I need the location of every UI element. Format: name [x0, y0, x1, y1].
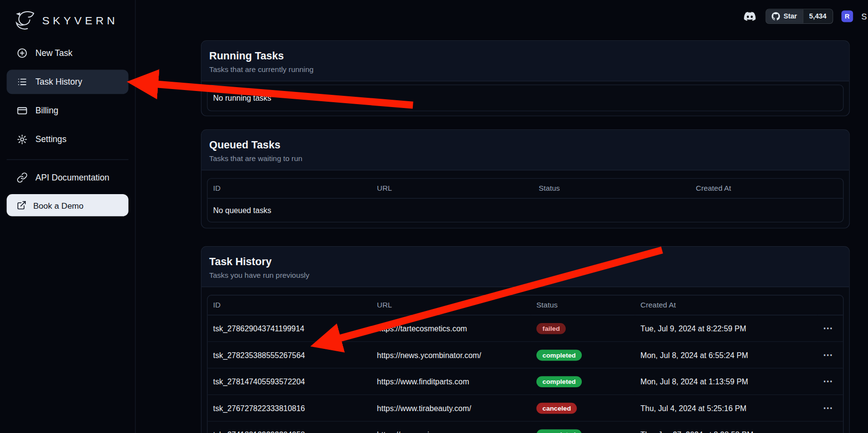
task-id-cell: tsk_278629043741199914 — [207, 315, 371, 342]
queued-tasks-table: ID URL Status Created At No queued tasks — [207, 179, 843, 222]
list-icon — [17, 76, 28, 88]
github-star-button[interactable]: Star 5,434 — [766, 9, 833, 24]
sidebar-item-task-history[interactable]: Task History — [7, 70, 129, 94]
column-header-url: URL — [371, 179, 533, 198]
running-tasks-card: Running Tasks Tasks that are currently r… — [201, 40, 850, 116]
task-id-cell: tsk_274180139292204058 — [207, 421, 371, 433]
column-header-url: URL — [371, 295, 531, 315]
topbar: Star 5,434 R S — [742, 0, 868, 32]
queued-tasks-card: Queued Tasks Tasks that are waiting to r… — [201, 129, 850, 229]
external-link-icon — [17, 200, 26, 210]
queued-tasks-header: Queued Tasks Tasks that are waiting to r… — [202, 130, 849, 170]
sidebar-item-label: Settings — [36, 134, 67, 144]
user-avatar[interactable]: R — [841, 10, 853, 22]
cards-container: Running Tasks Tasks that are currently r… — [201, 40, 850, 433]
row-actions-button[interactable]: ⋯ — [823, 323, 833, 334]
credit-card-icon — [17, 105, 28, 116]
main-content: Star 5,434 R S Running Tasks Tasks that … — [136, 0, 868, 433]
task-row[interactable]: tsk_276727822333810816 https://www.tirab… — [207, 395, 843, 421]
task-created-cell: Thu, Jul 4, 2024 at 5:25:16 PM — [635, 395, 817, 421]
book-a-demo-button[interactable]: Book a Demo — [7, 194, 129, 216]
sidebar-item-label: Billing — [36, 106, 58, 115]
column-header-status: Status — [533, 179, 690, 198]
github-star-label: Star — [783, 12, 797, 20]
running-tasks-subtitle: Tasks that are currently running — [209, 65, 842, 73]
task-url-cell: https://www.tirabeauty.com/ — [371, 395, 531, 421]
column-header-status: Status — [531, 295, 635, 315]
sidebar-item-label: Task History — [36, 77, 82, 87]
queued-tasks-empty-text: No queued tasks — [207, 198, 843, 222]
book-a-demo-label: Book a Demo — [33, 200, 83, 210]
task-row[interactable]: tsk_278629043741199914 https://tartecosm… — [207, 315, 843, 342]
task-history-title: Task History — [209, 255, 842, 268]
task-history-header: Task History Tasks you have run previous… — [202, 247, 849, 287]
status-badge: failed — [536, 323, 566, 334]
status-badge: canceled — [536, 402, 577, 414]
task-row[interactable]: tsk_274180139292204058 https://www.geico… — [207, 421, 843, 433]
queued-tasks-content: ID URL Status Created At No queued tasks — [202, 170, 849, 228]
column-header-created-at: Created At — [635, 295, 817, 315]
app: SKYVERN New Task Task History Billing — [0, 0, 868, 433]
task-history-subtitle: Tasks you have run previously — [209, 271, 842, 279]
task-created-cell: Thu, Jun 27, 2024 at 8:38:58 PM — [635, 421, 817, 433]
link-icon — [17, 172, 28, 183]
sidebar-item-label: API Documentation — [36, 173, 110, 182]
sidebar-item-label: New Task — [36, 48, 73, 58]
github-star-count[interactable]: 5,434 — [802, 9, 832, 23]
row-actions-button[interactable]: ⋯ — [823, 403, 833, 414]
user-name: S — [861, 11, 867, 20]
running-tasks-header: Running Tasks Tasks that are currently r… — [202, 41, 849, 81]
task-id-cell: tsk_276727822333810816 — [207, 395, 371, 421]
queued-tasks-subtitle: Tasks that are waiting to run — [209, 154, 842, 162]
sidebar: SKYVERN New Task Task History Billing — [0, 0, 136, 433]
sidebar-item-billing[interactable]: Billing — [7, 98, 129, 123]
task-history-card: Task History Tasks you have run previous… — [201, 246, 850, 433]
queued-tasks-title: Queued Tasks — [209, 138, 842, 151]
queued-tasks-empty-row: No queued tasks — [207, 198, 843, 222]
plus-circle-icon — [17, 48, 28, 59]
task-history-content: ID URL Status Created At tsk_27862904374… — [202, 287, 849, 433]
status-badge: completed — [536, 376, 582, 387]
column-header-actions — [817, 295, 843, 315]
task-url-cell: https://www.geico.com — [371, 421, 531, 433]
task-url-cell: https://tartecosmetics.com — [371, 315, 531, 342]
skyvern-dragon-icon — [15, 10, 38, 31]
sidebar-nav: New Task Task History Billing Settings — [0, 35, 135, 160]
row-actions-button[interactable]: ⋯ — [823, 376, 833, 387]
task-id-cell: tsk_278147405593572204 — [207, 368, 371, 395]
task-created-cell: Tue, Jul 9, 2024 at 8:22:59 PM — [635, 315, 817, 342]
running-tasks-content: No running tasks — [202, 81, 849, 116]
column-header-created-at: Created At — [690, 179, 843, 198]
brand-logo[interactable]: SKYVERN — [0, 0, 135, 35]
status-badge: completed — [536, 349, 582, 361]
sidebar-secondary-nav: API Documentation — [0, 160, 135, 190]
brand-name: SKYVERN — [42, 14, 118, 27]
task-row[interactable]: tsk_278147405593572204 https://www.findi… — [207, 368, 843, 395]
row-actions-button[interactable]: ⋯ — [823, 429, 833, 433]
task-row[interactable]: tsk_278235388555267564 https://news.ycom… — [207, 342, 843, 368]
row-actions-button[interactable]: ⋯ — [823, 350, 833, 361]
github-icon — [772, 12, 780, 20]
sidebar-item-settings[interactable]: Settings — [7, 127, 129, 152]
task-created-cell: Mon, Jul 8, 2024 at 6:55:24 PM — [635, 342, 817, 368]
task-history-table: ID URL Status Created At tsk_27862904374… — [207, 295, 843, 433]
running-tasks-empty-text: No running tasks — [207, 85, 843, 110]
gear-icon — [17, 134, 28, 145]
column-header-id: ID — [207, 295, 371, 315]
running-tasks-title: Running Tasks — [209, 49, 842, 62]
column-header-id: ID — [207, 179, 371, 198]
sidebar-item-new-task[interactable]: New Task — [7, 41, 129, 65]
task-url-cell: https://news.ycombinator.com/ — [371, 342, 531, 368]
task-created-cell: Mon, Jul 8, 2024 at 1:13:59 PM — [635, 368, 817, 395]
task-id-cell: tsk_278235388555267564 — [207, 342, 371, 368]
discord-icon[interactable] — [742, 10, 757, 22]
status-badge: completed — [536, 429, 582, 433]
sidebar-item-api-documentation[interactable]: API Documentation — [7, 165, 129, 190]
task-url-cell: https://www.finditparts.com — [371, 368, 531, 395]
